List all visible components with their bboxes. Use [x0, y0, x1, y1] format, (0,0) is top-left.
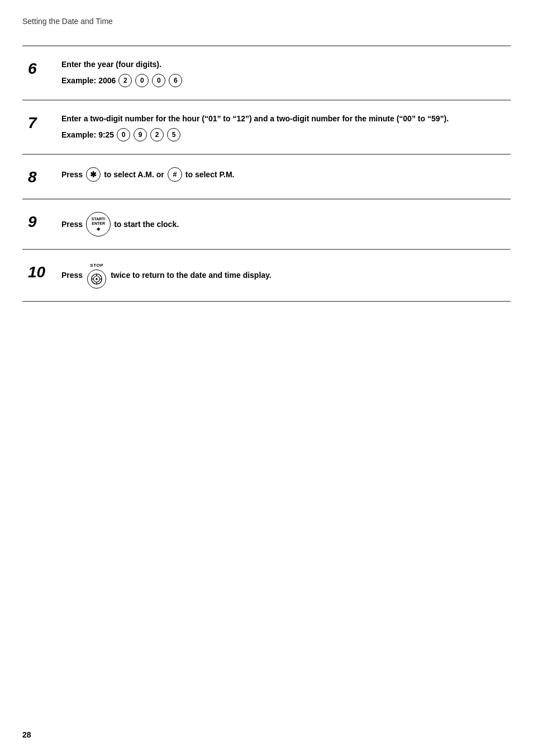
step-7-key-0: 0: [117, 128, 130, 141]
step-7-key-5: 5: [167, 128, 180, 141]
page-number: 28: [22, 730, 31, 739]
page-title: Setting the Date and Time: [22, 17, 113, 26]
start-enter-key-icon: START/ ENTER ◈: [86, 212, 111, 237]
step-9-text-press: Press: [61, 219, 83, 230]
step-7-example: Example: 9:25 0 9 2 5: [61, 128, 499, 141]
step-6-key-0a: 0: [135, 74, 149, 87]
page-header: Setting the Date and Time: [22, 17, 511, 29]
step-10-inline: Press STOP: [61, 262, 499, 289]
step-7-key-2: 2: [150, 128, 164, 141]
step-number-10: 10: [28, 262, 61, 281]
steps-container: 6 Enter the year (four digits). Example:…: [22, 45, 511, 302]
step-7-main-text: Enter a two-digit number for the hour (“…: [61, 113, 499, 125]
step-6-main-text: Enter the year (four digits).: [61, 59, 499, 70]
step-content-8: Press ✱ to select A.M. or # to select P.…: [61, 167, 499, 182]
step-9: 9 Press START/ ENTER ◈ to start the cloc…: [22, 200, 511, 250]
step-10-text-after: twice to return to the date and time dis…: [111, 270, 272, 281]
star-key-icon: ✱: [86, 167, 101, 182]
step-9-text-after: to start the clock.: [114, 219, 179, 230]
hash-key-icon: #: [168, 167, 182, 182]
step-content-7: Enter a two-digit number for the hour (“…: [61, 113, 499, 141]
step-8-text-pm: to select P.M.: [185, 169, 235, 181]
svg-point-6: [96, 278, 98, 280]
step-8: 8 Press ✱ to select A.M. or # to select …: [22, 155, 511, 200]
stop-label: STOP: [90, 262, 103, 269]
step-number-6: 6: [28, 59, 61, 78]
step-6-key-2: 2: [118, 74, 132, 87]
step-6-example-label: Example: 2006: [61, 75, 116, 87]
step-content-9: Press START/ ENTER ◈ to start the clock.: [61, 212, 499, 237]
step-content-10: Press STOP: [61, 262, 499, 289]
step-6-example: Example: 2006 2 0 0 6: [61, 74, 499, 87]
step-6-key-6: 6: [169, 74, 182, 87]
step-8-text-press: Press: [61, 169, 83, 181]
step-10-text-press: Press: [61, 270, 83, 281]
step-10: 10 Press STOP: [22, 250, 511, 302]
stop-key-icon: [87, 270, 106, 289]
page: Setting the Date and Time 6 Enter the ye…: [0, 0, 533, 756]
step-7: 7 Enter a two-digit number for the hour …: [22, 101, 511, 155]
step-number-9: 9: [28, 212, 61, 231]
step-6-key-0b: 0: [152, 74, 165, 87]
step-9-inline: Press START/ ENTER ◈ to start the clock.: [61, 212, 499, 237]
step-8-inline: Press ✱ to select A.M. or # to select P.…: [61, 167, 499, 182]
step-7-key-9: 9: [134, 128, 147, 141]
step-8-text-am: to select A.M. or: [104, 169, 164, 181]
step-number-7: 7: [28, 113, 61, 132]
stop-key-wrapper: STOP: [87, 262, 106, 289]
step-number-8: 8: [28, 167, 61, 186]
step-6: 6 Enter the year (four digits). Example:…: [22, 46, 511, 101]
step-content-6: Enter the year (four digits). Example: 2…: [61, 59, 499, 87]
step-7-example-label: Example: 9:25: [61, 129, 114, 141]
